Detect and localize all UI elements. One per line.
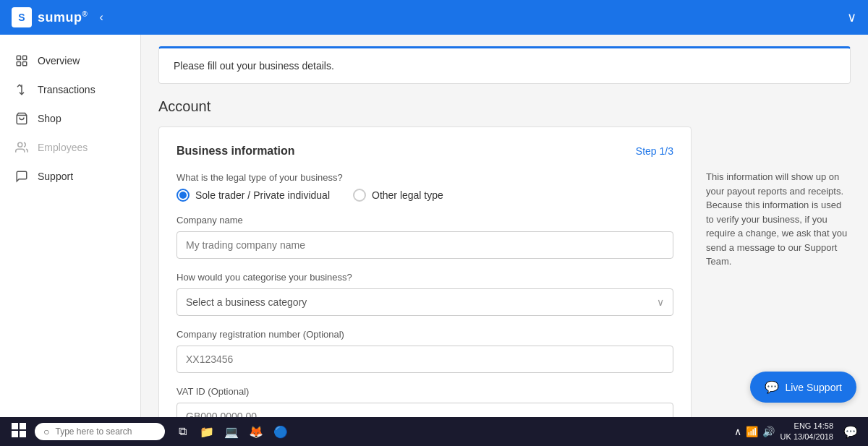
live-support-button[interactable]: 💬 Live Support [750,372,856,403]
live-support-label: Live Support [785,382,842,393]
sidebar-item-shop-label: Shop [38,113,61,124]
radio-group: Sole trader / Private individual Other l… [176,189,673,202]
vat-id-field: VAT ID (Optional) [176,386,673,417]
company-name-field: Company name [176,215,673,259]
svg-rect-0 [17,56,20,59]
shop-icon [14,111,29,126]
header-dropdown[interactable]: ∨ [847,9,856,25]
app-name: sumup® [38,10,88,25]
vat-id-label: VAT ID (Optional) [176,386,673,397]
sidebar-item-employees: Employees [0,133,140,162]
content-area: Please fill out your business details. A… [141,35,868,417]
section-title: Account [158,98,851,115]
category-field: How would you categorise your business? … [176,272,673,316]
header-back-chevron[interactable]: ‹ [99,11,103,24]
notice-bar: Please fill out your business details. [158,46,851,84]
radio-label-other: Other legal type [372,189,443,201]
category-select[interactable]: Select a business category ∨ [176,288,673,316]
logo-area: S sumup® ‹ [12,7,103,27]
sidebar: Overview Transactions Shop [0,35,141,417]
legal-type-label: What is the legal type of your business? [176,172,673,183]
sidebar-item-shop[interactable]: Shop [0,104,140,133]
company-name-label: Company name [176,215,673,226]
sidebar-item-support[interactable]: Support [0,162,140,191]
top-header: S sumup® ‹ ∨ [0,0,868,35]
overview-icon [14,53,29,68]
category-select-value: Select a business category [186,296,307,308]
svg-rect-3 [23,62,27,66]
company-name-input[interactable] [176,231,673,259]
logo-box: S [12,7,32,27]
transactions-icon [14,82,29,97]
reg-number-label: Company registration number (Optional) [176,329,673,340]
svg-rect-1 [23,56,27,59]
main-layout: Overview Transactions Shop [0,35,868,417]
form-card: Business information Step 1/3 What is th… [158,126,692,417]
chevron-down-icon: ∨ [657,296,664,308]
radio-sole-trader[interactable]: Sole trader / Private individual [176,189,330,202]
sidebar-item-overview[interactable]: Overview [0,46,140,75]
chat-icon: 💬 [765,380,779,394]
employees-icon [14,140,29,155]
content-grid: Business information Step 1/3 What is th… [158,126,851,417]
reg-number-field: Company registration number (Optional) [176,329,673,373]
sidebar-item-employees-label: Employees [38,142,88,153]
reg-number-input[interactable] [176,346,673,373]
radio-circle-other [353,189,366,202]
category-label: How would you categorise your business? [176,272,673,283]
form-card-title: Business information [176,145,295,158]
vat-id-input[interactable] [176,403,673,417]
support-icon [14,169,29,184]
info-text: This information will show up on your pa… [706,170,851,269]
sidebar-item-support-label: Support [38,171,73,182]
form-card-header: Business information Step 1/3 [176,145,673,158]
sidebar-item-transactions[interactable]: Transactions [0,75,140,104]
sidebar-item-overview-label: Overview [38,55,80,67]
sidebar-item-transactions-label: Transactions [38,84,95,95]
svg-rect-2 [17,62,20,66]
radio-label-sole: Sole trader / Private individual [195,189,330,201]
notice-text: Please fill out your business details. [174,60,334,72]
step-indicator: Step 1/3 [636,145,673,157]
radio-other-legal[interactable]: Other legal type [353,189,443,202]
svg-point-6 [18,142,22,147]
radio-circle-sole [176,189,190,202]
legal-type-field: What is the legal type of your business?… [176,172,673,202]
